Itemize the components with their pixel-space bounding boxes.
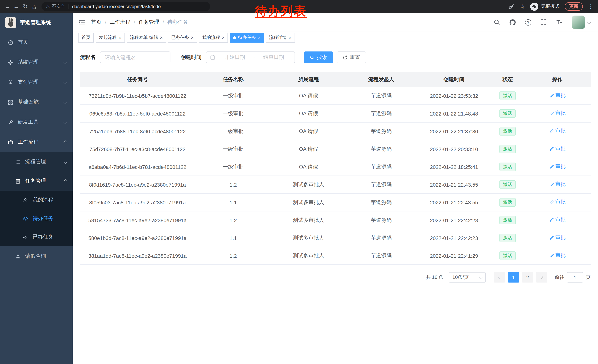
page-button-2[interactable]: 2 (522, 272, 533, 283)
forward-icon[interactable]: → (12, 4, 21, 9)
security-label[interactable]: 不安全 (52, 3, 65, 10)
approve-link[interactable]: 审批 (549, 110, 566, 117)
sidebar-item-task-mgmt[interactable]: 任务管理 (0, 171, 73, 191)
approve-link[interactable]: 审批 (549, 217, 566, 224)
status-badge: 激活 (499, 251, 516, 260)
next-page-button[interactable] (536, 272, 547, 283)
close-icon[interactable]: × (119, 35, 121, 40)
help-icon[interactable]: ? (525, 19, 531, 25)
fullscreen-icon[interactable] (540, 19, 547, 25)
logo-row: 芋道管理系统 (0, 13, 73, 32)
incognito-label: 无痕模式 (541, 3, 559, 10)
breadcrumb-workflow[interactable]: 工作流程 (110, 19, 130, 25)
sidebar-item-home[interactable]: 首页 (0, 32, 73, 52)
avatar[interactable] (572, 16, 585, 29)
github-icon[interactable] (509, 19, 516, 26)
address-bar[interactable]: ⚠ 不安全 dashboard.yudao.iocoder.cn/bpm/tas… (42, 2, 210, 11)
start-date-placeholder[interactable]: 开始日期 (217, 54, 252, 61)
content: 流程名 创建时间 开始日期 - 结束日期 搜索 (73, 44, 598, 364)
chevron-down-icon (64, 120, 67, 124)
tab-start-process[interactable]: 发起流程 × (96, 33, 125, 42)
header-task-id: 任务编号 (80, 76, 195, 83)
password-key-icon[interactable] (508, 3, 515, 10)
sidebar: 芋道管理系统 首页 系统管理 支付管理 基础设施 (0, 13, 73, 364)
reset-button[interactable]: 重置 (337, 51, 366, 63)
tab-form-edit[interactable]: 流程表单-编辑 × (126, 33, 166, 42)
table-row: 8f059c03-7ac8-11ec-a9e2-a2380e71991a 1.1… (80, 194, 590, 211)
approve-link[interactable]: 审批 (549, 181, 566, 188)
page-size-select[interactable]: 10条/页 (449, 272, 486, 283)
close-icon[interactable]: × (191, 35, 194, 40)
sidebar-item-leave-query[interactable]: 请假查询 (0, 246, 73, 266)
update-button[interactable]: 更新 (565, 2, 583, 11)
sidebar-item-todo-tasks[interactable]: 待办任务 (0, 209, 73, 228)
approve-link[interactable]: 审批 (549, 199, 566, 206)
sidebar-item-my-processes[interactable]: 我的流程 (0, 191, 73, 209)
sidebar-item-infrastructure[interactable]: 基础设施 (0, 92, 73, 112)
sidebar-item-process-mgmt[interactable]: 流程管理 (0, 152, 73, 171)
close-icon[interactable]: × (160, 35, 163, 40)
goto-page: 前往 页 (555, 272, 590, 283)
date-range-picker[interactable]: 开始日期 - 结束日期 (206, 51, 295, 63)
sidebar-item-label: 系统管理 (18, 59, 39, 65)
header-create-time: 创建时间 (417, 76, 491, 83)
toolbar-right: ☆ 无痕模式 更新 ⋮ (508, 2, 594, 11)
sidebar-item-workflow[interactable]: 工作流程 (0, 132, 73, 152)
user-menu[interactable] (572, 16, 590, 29)
sidebar-item-devtools[interactable]: 研发工具 (0, 112, 73, 132)
sidebar-toggle-icon[interactable] (79, 19, 85, 25)
close-icon[interactable]: × (258, 35, 260, 40)
goto-page-input[interactable] (567, 272, 583, 283)
table-row: a6aba0a4-7b6d-11ec-b781-acde48001122 一级审… (80, 158, 590, 176)
gear-icon (8, 59, 13, 65)
breadcrumb-separator: / (163, 19, 164, 25)
tab-my-processes[interactable]: 我的流程 × (199, 33, 228, 42)
close-icon[interactable]: × (222, 35, 225, 40)
search-icon[interactable] (493, 19, 500, 25)
table-row: 381aa1dd-7ac8-11ec-a9e2-a2380e71991a 1.2… (80, 247, 590, 265)
approve-link[interactable]: 审批 (549, 252, 566, 259)
reload-icon[interactable]: ↻ (21, 4, 30, 9)
approve-link[interactable]: 审批 (549, 92, 566, 99)
bookmark-star-icon[interactable]: ☆ (520, 3, 525, 10)
approve-label: 审批 (555, 235, 566, 241)
tab-process-detail[interactable]: 流程详情 × (266, 33, 295, 42)
breadcrumb-task-mgmt[interactable]: 任务管理 (139, 19, 159, 25)
cell-process: OA 请假 (271, 163, 346, 170)
sidebar-item-payment[interactable]: 支付管理 (0, 72, 73, 92)
sidebar-item-label: 研发工具 (18, 119, 39, 126)
cell-starter: 芋道源码 (346, 217, 417, 224)
navbar-right: ? (493, 16, 590, 29)
url-text[interactable]: dashboard.yudao.iocoder.cn/bpm/task/todo (72, 4, 161, 9)
prev-page-button[interactable] (494, 272, 505, 283)
tab-todo-tasks[interactable]: 待办任务 × (230, 33, 264, 42)
tasks-table: 任务编号 任务名称 所属流程 流程发起人 创建时间 状态 操作 73211d9d… (80, 72, 590, 265)
end-date-placeholder[interactable]: 结束日期 (257, 54, 291, 61)
page-size-value: 10条/页 (452, 274, 469, 281)
tab-done-tasks[interactable]: 已办任务 × (168, 33, 197, 42)
approve-link[interactable]: 审批 (549, 128, 566, 135)
menu-dots-icon[interactable]: ⋮ (588, 3, 594, 10)
status-badge: 激活 (499, 91, 516, 100)
tab-home[interactable]: 首页 (78, 33, 94, 42)
back-icon[interactable]: ← (3, 4, 12, 9)
approve-link[interactable]: 审批 (549, 235, 566, 241)
process-name-input[interactable] (100, 51, 170, 63)
sidebar-item-system[interactable]: 系统管理 (0, 52, 73, 72)
viewport: ← → ↻ ⌂ ⚠ 不安全 dashboard.yudao.iocoder.cn… (0, 0, 598, 364)
approve-link[interactable]: 审批 (549, 146, 566, 152)
close-icon[interactable]: × (289, 35, 291, 40)
page-button-1[interactable]: 1 (508, 272, 519, 283)
home-icon[interactable]: ⌂ (30, 3, 39, 10)
sidebar-item-done-tasks[interactable]: 已办任务 (0, 228, 73, 246)
cell-starter: 芋道源码 (346, 163, 417, 170)
tags-view: 首页 发起流程 × 流程表单-编辑 × 已办任务 × 我的流程 × (73, 32, 598, 44)
tab-label: 流程详情 (269, 34, 287, 41)
approve-label: 审批 (555, 128, 566, 135)
approve-link[interactable]: 审批 (549, 163, 566, 170)
pagination-total: 共 16 条 (426, 274, 443, 281)
search-button[interactable]: 搜索 (304, 51, 333, 63)
breadcrumb-home[interactable]: 首页 (91, 19, 101, 25)
approve-label: 审批 (555, 110, 566, 117)
font-size-icon[interactable] (556, 19, 563, 25)
